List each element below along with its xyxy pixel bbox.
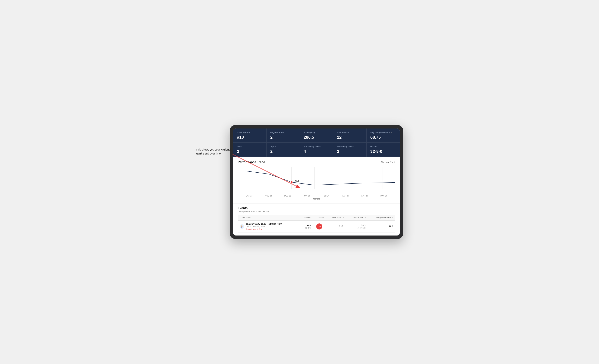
event-name-cell: 🏌 Buster Cozy Cup – Stroke Play Oct 9 – … [238, 221, 298, 232]
performance-title: Performance Trend [238, 160, 265, 164]
rank-impact-down-icon [261, 229, 262, 230]
col-event-name: Event Name [238, 215, 298, 221]
events-title: Events [238, 206, 395, 210]
table-row: 🏌 Buster Cozy Cup – Stroke Play Oct 9 – … [238, 221, 395, 232]
weighted-points-info-icon: ⓘ [392, 217, 393, 219]
stat-total-rounds: Total Rounds 12 [333, 128, 367, 143]
stat-record: Record 32-8-0 [367, 143, 400, 157]
events-table: Event Name Position Score Event SG ⓘ Tot… [238, 215, 395, 232]
event-date: Oct 9 – Oct 10, 2023 [246, 225, 282, 228]
events-last-updated: Last updated: 24th November 2023 [238, 210, 395, 213]
stat-regional-rank: Regional Rank 2 [266, 128, 300, 143]
stats-header-row1: National Rank #10 Regional Rank 2 Scorin… [233, 128, 400, 143]
x-label-may24: MAY 24 [374, 195, 393, 197]
stats-header-row2: Wins 2 Top 3s 2 Stroke Play Events 4 Mat… [233, 143, 400, 157]
performance-legend: National Rank [381, 161, 395, 164]
col-event-sg: Event SG ⓘ [326, 215, 345, 221]
stat-match-play-events: Match Play Events 2 [333, 143, 367, 157]
col-weighted-points: Weighted Points ⓘ [368, 215, 395, 221]
stat-stroke-play-events: Stroke Play Events 4 [300, 143, 333, 157]
x-label-apr24: APR 24 [355, 195, 374, 197]
rank-impact: Rank Impact: 3 [246, 228, 282, 231]
event-score-cell: -22 [313, 221, 326, 232]
stat-wins: Wins 2 [233, 143, 266, 157]
col-score: Score [313, 215, 326, 221]
events-table-header-row: Event Name Position Score Event SG ⓘ Tot… [238, 215, 395, 221]
tablet-screen: National Rank #10 Regional Rank 2 Scorin… [233, 128, 400, 236]
event-weighted-points-cell: 28.3 [368, 221, 395, 232]
chart-x-axis-title: Months [238, 198, 395, 200]
svg-point-10 [290, 181, 293, 184]
x-label-dec23: DEC 23 [278, 195, 297, 197]
x-label-nov23: NOV 23 [259, 195, 278, 197]
stat-avg-weighted-points: Avg. Weighted Points ⓘ 68.75 [367, 128, 400, 143]
chart-x-labels: OCT 23 NOV 23 DEC 23 JAN 24 FEB 24 MAR 2… [238, 195, 395, 197]
stat-top3s: Top 3s 2 [266, 143, 300, 157]
info-icon: ⓘ [391, 132, 392, 133]
tablet-frame: National Rank #10 Regional Rank 2 Scorin… [230, 125, 403, 239]
col-position: Position [298, 215, 313, 221]
perf-header: Performance Trend National Rank [238, 160, 395, 164]
event-sg-info-icon: ⓘ [342, 217, 344, 219]
chart-svg: • #10 [238, 167, 395, 193]
col-total-points: Total Points ⓘ [345, 215, 368, 221]
stat-national-rank: National Rank #10 [233, 128, 266, 143]
x-label-feb24: FEB 24 [317, 195, 336, 197]
event-icon: 🏌 [240, 224, 244, 229]
performance-section: Performance Trend National Rank [233, 157, 400, 204]
event-sg-cell: 0.45 [326, 221, 345, 232]
x-label-oct23: OCT 23 [240, 195, 259, 197]
performance-chart: • #10 [238, 167, 395, 193]
event-name-main: Buster Cozy Cup – Stroke Play [246, 222, 282, 225]
annotation-text: This shows you your National Rank trend … [196, 148, 234, 156]
total-points-info-icon: ⓘ [364, 217, 366, 219]
events-section: Events Last updated: 24th November 2023 … [233, 204, 400, 236]
event-total-points-cell: 28.3 3 Rounds [345, 221, 368, 232]
x-label-jan24: JAN 24 [297, 195, 317, 197]
svg-text:• #10: • #10 [294, 179, 299, 182]
x-label-mar24: MAR 24 [336, 195, 355, 197]
stat-scoring-avg: Scoring Avg. 286.5 [300, 128, 333, 143]
page-wrapper: This shows you your National Rank trend … [196, 125, 403, 239]
event-position-cell: 6th out of 7 [298, 221, 313, 232]
score-badge: -22 [316, 223, 322, 230]
